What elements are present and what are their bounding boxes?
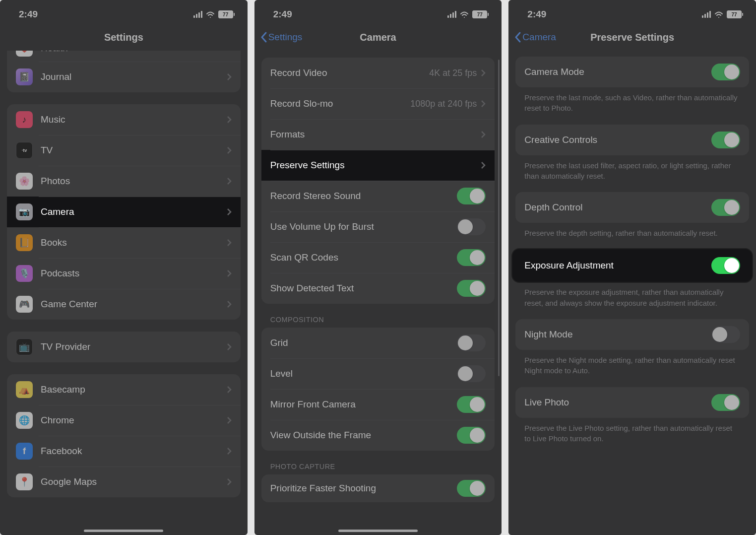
- row-label: Photos: [41, 176, 227, 187]
- chevron-right-icon: [227, 73, 232, 81]
- row-night-mode[interactable]: Night Mode: [515, 319, 749, 350]
- status-bar: 2:49 77: [0, 0, 248, 24]
- chevron-right-icon: [227, 239, 232, 247]
- row-creative-controls[interactable]: Creative Controls: [515, 125, 749, 155]
- chevron-right-icon: [481, 69, 486, 77]
- books-icon: 📙: [16, 234, 33, 251]
- row-label: Record Stereo Sound: [270, 191, 457, 201]
- row-podcasts[interactable]: 🎙️ Podcasts: [7, 258, 241, 289]
- row-music[interactable]: ♪ Music: [7, 104, 241, 135]
- preserve-content[interactable]: Camera Mode Preserve the last mode, such…: [508, 51, 756, 535]
- toggle-camera-mode[interactable]: [711, 64, 740, 80]
- row-volume-burst[interactable]: Use Volume Up for Burst: [261, 211, 495, 242]
- row-preserve-settings[interactable]: Preserve Settings: [261, 150, 495, 181]
- row-tvprovider[interactable]: 📺 TV Provider: [7, 332, 241, 362]
- status-time: 2:49: [527, 9, 546, 20]
- toggle-prioritize-faster[interactable]: [457, 480, 486, 497]
- row-formats[interactable]: Formats: [261, 119, 495, 150]
- row-detected-text[interactable]: Show Detected Text: [261, 273, 495, 304]
- photos-icon: 🌸: [16, 173, 33, 190]
- row-camera[interactable]: 📷 Camera: [7, 197, 241, 227]
- row-tv[interactable]: ∙tv TV: [7, 135, 241, 166]
- footer-camera-mode: Preserve the last mode, such as Video, r…: [515, 87, 749, 114]
- row-record-slomo[interactable]: Record Slo-mo 1080p at 240 fps: [261, 88, 495, 119]
- tvprovider-icon: 📺: [16, 338, 33, 355]
- row-grid[interactable]: Grid: [261, 328, 495, 358]
- row-health[interactable]: ❤️ Health: [7, 51, 241, 62]
- row-camera-mode[interactable]: Camera Mode: [515, 57, 749, 87]
- status-icons: 77: [193, 10, 235, 18]
- toggle-live-photo[interactable]: [711, 394, 740, 411]
- row-live-photo[interactable]: Live Photo: [515, 387, 749, 418]
- home-indicator: [84, 530, 163, 532]
- status-bar: 2:49 77: [254, 0, 502, 24]
- row-facebook[interactable]: f Facebook: [7, 436, 241, 467]
- row-depth-control[interactable]: Depth Control: [515, 192, 749, 223]
- row-level[interactable]: Level: [261, 358, 495, 389]
- cellular-icon: [447, 11, 456, 18]
- status-icons: 77: [447, 10, 489, 18]
- row-exposure-adjustment[interactable]: Exposure Adjustment: [512, 249, 752, 282]
- row-label: Mirror Front Camera: [270, 399, 457, 410]
- camera-icon: 📷: [16, 203, 33, 220]
- chevron-right-icon: [227, 386, 232, 394]
- row-label: Level: [270, 368, 457, 379]
- row-label: Camera Mode: [524, 67, 711, 77]
- row-label: TV Provider: [41, 341, 227, 352]
- toggle-grid[interactable]: [457, 334, 486, 351]
- row-prioritize-faster[interactable]: Prioritize Faster Shooting: [261, 474, 495, 502]
- row-gamecenter[interactable]: 🎮 Game Center: [7, 289, 241, 320]
- row-photos[interactable]: 🌸 Photos: [7, 166, 241, 197]
- toggle-depth-control[interactable]: [711, 199, 740, 216]
- back-button[interactable]: Settings: [260, 32, 303, 43]
- toggle-exposure-adjustment[interactable]: [711, 257, 740, 274]
- chevron-right-icon: [227, 146, 232, 154]
- toggle-mirror-front[interactable]: [457, 396, 486, 413]
- row-googlemaps[interactable]: 📍 Google Maps: [7, 467, 241, 497]
- page-title: Settings: [104, 32, 143, 43]
- chevron-left-icon: [514, 32, 521, 43]
- camera-content[interactable]: Record Video 4K at 25 fps Record Slo-mo …: [254, 51, 502, 535]
- toggle-stereo[interactable]: [457, 188, 486, 204]
- wifi-icon: [205, 10, 215, 18]
- footer-night: Preserve the Night mode setting, rather …: [515, 350, 749, 376]
- settings-content[interactable]: ❤️ Health 📓 Journal ♪ Music ∙tv TV 🌸: [0, 51, 248, 535]
- googlemaps-icon: 📍: [16, 473, 33, 490]
- row-label: Camera: [41, 206, 227, 217]
- toggle-volume-burst[interactable]: [457, 218, 486, 235]
- row-stereo-sound[interactable]: Record Stereo Sound: [261, 181, 495, 211]
- nav-bar: Settings Camera: [254, 24, 502, 51]
- row-label: Live Photo: [524, 397, 711, 408]
- row-record-video[interactable]: Record Video 4K at 25 fps: [261, 58, 495, 88]
- chevron-right-icon: [227, 447, 232, 455]
- row-scan-qr[interactable]: Scan QR Codes: [261, 242, 495, 273]
- nav-bar: Settings: [0, 24, 248, 51]
- toggle-detected-text[interactable]: [457, 280, 486, 297]
- row-label: Record Video: [270, 67, 430, 78]
- toggle-creative-controls[interactable]: [711, 132, 740, 148]
- row-books[interactable]: 📙 Books: [7, 227, 241, 258]
- tv-icon: ∙tv: [16, 142, 33, 159]
- toggle-night-mode[interactable]: [711, 326, 740, 343]
- row-basecamp[interactable]: ⛺ Basecamp: [7, 374, 241, 405]
- row-label: Use Volume Up for Burst: [270, 221, 457, 232]
- row-mirror-front[interactable]: Mirror Front Camera: [261, 389, 495, 420]
- row-label: Podcasts: [41, 268, 227, 279]
- scroll-indicator[interactable]: [498, 60, 500, 376]
- toggle-scan-qr[interactable]: [457, 249, 486, 266]
- row-label: Journal: [41, 71, 227, 82]
- page-title: Camera: [360, 32, 396, 43]
- row-journal[interactable]: 📓 Journal: [7, 62, 241, 92]
- chevron-right-icon: [227, 177, 232, 185]
- back-button[interactable]: Camera: [514, 32, 556, 43]
- row-outside-frame[interactable]: View Outside the Frame: [261, 420, 495, 451]
- chevron-right-icon: [227, 343, 232, 351]
- footer-exposure: Preserve the exposure adjustment, rather…: [515, 282, 749, 308]
- toggle-outside-frame[interactable]: [457, 427, 486, 444]
- chevron-right-icon: [227, 269, 232, 277]
- row-chrome[interactable]: 🌐 Chrome: [7, 405, 241, 436]
- row-label: Health: [41, 51, 232, 54]
- chevron-right-icon: [227, 300, 232, 308]
- toggle-level[interactable]: [457, 365, 486, 382]
- row-label: Grid: [270, 337, 457, 348]
